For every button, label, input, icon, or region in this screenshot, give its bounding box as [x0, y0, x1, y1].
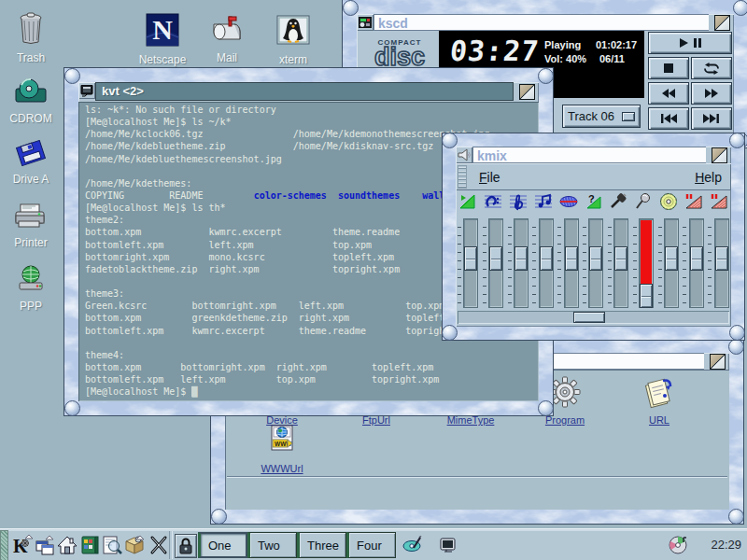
desktop-icon-drive-a[interactable]: Drive A: [1, 140, 61, 186]
taskbar: KOneTwoThreeFour22:29: [0, 528, 747, 560]
kmix-slider-groove[interactable]: [514, 218, 529, 308]
kscd-loop-button[interactable]: [691, 57, 732, 79]
kmix-slider-groove[interactable]: [714, 218, 729, 308]
pager-desktop-one[interactable]: One: [198, 532, 247, 558]
kfm-icon-url[interactable]: URL: [629, 375, 689, 426]
taskbar-button-packages[interactable]: [123, 534, 146, 556]
cdrom-icon: [14, 77, 48, 105]
kvt-menu-button[interactable]: [78, 82, 95, 99]
kmix-slider-groove[interactable]: [588, 218, 603, 308]
kmix-slider-handle[interactable]: [489, 246, 502, 271]
kmix-slider-groove[interactable]: [463, 218, 478, 308]
taskbar-button-lock[interactable]: [175, 534, 197, 558]
kmix-corner-knob-3: [729, 325, 745, 341]
kmix-channel-volume: [456, 190, 481, 309]
kmix-bass-icon[interactable]: [484, 192, 502, 211]
desktop-icon-label: Printer: [1, 236, 61, 249]
kvt-maximize-button[interactable]: [519, 84, 535, 100]
kmix-slider-groove[interactable]: [613, 218, 628, 308]
kmix-synth-icon[interactable]: [534, 192, 553, 211]
pager-desktop-three[interactable]: Three: [297, 532, 346, 558]
kmix-menu-file[interactable]: File: [470, 170, 510, 185]
kmix-slider-groove[interactable]: [664, 218, 679, 308]
kscd-lcd-total-time: 01:02:17: [596, 39, 637, 50]
kscd-track-selector[interactable]: Track 06: [562, 105, 641, 128]
kmix-slider-handle[interactable]: [464, 246, 477, 271]
terminal-text-segment: [Me@localhost Me]$: [85, 386, 191, 397]
kscd-corner-knob-1: [733, 0, 747, 16]
kmix-slider-handle[interactable]: [665, 246, 678, 271]
kmix-record1-icon[interactable]: [684, 192, 703, 211]
kscd-forward-button[interactable]: [691, 82, 732, 105]
kmix-slider-handle[interactable]: [690, 246, 703, 271]
kscd-rewind-button[interactable]: [648, 82, 689, 105]
kmix-menu-button[interactable]: [456, 147, 472, 163]
kscd-prev-track-button[interactable]: [648, 107, 689, 130]
taskbar-button-find-files[interactable]: [101, 534, 123, 556]
kmix-slider-handle[interactable]: [589, 246, 602, 271]
desktop-icon-ppp[interactable]: PPP: [1, 265, 61, 313]
kscd-next-track-button[interactable]: [691, 107, 732, 130]
desktop-icon-trash[interactable]: Trash: [1, 11, 61, 64]
kmix-slider-groove[interactable]: [488, 218, 503, 308]
taskbar-button-k-menu[interactable]: K: [11, 534, 34, 556]
kmix-microphone-icon[interactable]: [634, 192, 653, 211]
taskbar-button-xkill[interactable]: [148, 534, 170, 556]
panel-hide-handle[interactable]: [0, 530, 8, 560]
desktop-icon-cdrom[interactable]: CDROM: [1, 77, 61, 125]
kscd-stop-button[interactable]: [648, 57, 689, 79]
kmix-slider-handle[interactable]: [614, 246, 627, 271]
printer-icon: [13, 202, 49, 230]
kmix-slider-handle[interactable]: [514, 246, 528, 271]
kfm-maximize-button[interactable]: [710, 354, 726, 370]
terminal-text-segment: [400, 190, 422, 201]
terminal-text-segment: theme4:: [85, 350, 124, 360]
desktop-icon-netscape[interactable]: NNetscape: [133, 13, 192, 66]
kfm-icon-label: WWWUrl: [252, 463, 312, 474]
terminal-text-segment: fadetoblacktheme.zip right.xpm topright.…: [85, 264, 400, 274]
kmix-titlebar-icon: [457, 148, 472, 161]
kvt-task-icon: [437, 534, 459, 556]
desktop-icon-mail[interactable]: Mail: [197, 15, 257, 64]
taskbar-button-window-list[interactable]: [34, 534, 56, 556]
kmix-unknown-icon[interactable]: ?: [584, 192, 602, 211]
kfm-statusbar-divider: [227, 476, 727, 478]
desktop-icon-printer[interactable]: Printer: [1, 202, 61, 249]
kscd-menu-button[interactable]: [357, 14, 374, 31]
tray-cd-tray[interactable]: [667, 534, 689, 556]
kmix-slider-handle[interactable]: [640, 284, 653, 308]
kvt-title[interactable]: kvt <2>: [95, 82, 514, 101]
kmix-slider-groove[interactable]: [564, 218, 579, 308]
kmix-inner: kmixFileHelp?: [456, 147, 731, 327]
taskbar-button-applications[interactable]: [78, 534, 101, 556]
kmix-volume-icon[interactable]: [458, 192, 477, 211]
taskbar-task-kvt-task[interactable]: [437, 534, 459, 556]
kmix-slider-groove[interactable]: [689, 218, 704, 308]
kmix-menu-help[interactable]: Help: [685, 170, 731, 185]
taskbar-task-kscd-task[interactable]: [401, 534, 423, 556]
kmix-title[interactable]: kmix: [472, 147, 706, 163]
kmix-slider-handle[interactable]: [715, 246, 728, 271]
kmix-maximize-button[interactable]: [712, 147, 727, 163]
kmix-record2-icon[interactable]: [710, 192, 728, 211]
kmix-treble-icon[interactable]: [509, 192, 528, 211]
kmix-slider-groove[interactable]: [639, 218, 654, 308]
desktop-icon-xterm[interactable]: xterm: [263, 13, 323, 66]
kfm-icon-wwwurl[interactable]: WWWWWWUrl: [252, 424, 312, 474]
kmix-hscrollbar[interactable]: [458, 311, 729, 324]
pager-desktop-two[interactable]: Two: [247, 532, 297, 558]
kmix-menubar-drag-handle[interactable]: [458, 165, 467, 189]
kmix-line-icon[interactable]: [609, 192, 627, 211]
pager-desktop-four[interactable]: Four: [346, 532, 396, 558]
kmix-slider-handle[interactable]: [540, 246, 553, 271]
kscd-play-pause-button[interactable]: [648, 32, 732, 54]
kmix-pcm-icon[interactable]: [559, 192, 578, 211]
kmix-slider-groove[interactable]: [539, 218, 554, 308]
kvt-titlebar: kvt <2>: [78, 82, 539, 101]
taskbar-button-home[interactable]: [56, 534, 78, 556]
kmix-slider-handle[interactable]: [565, 246, 578, 271]
kscd-maximize-button[interactable]: [714, 15, 730, 31]
kscd-title[interactable]: kscd: [374, 14, 709, 31]
kmix-cd-icon[interactable]: [659, 192, 678, 211]
kmix-hscroll-handle[interactable]: [573, 312, 605, 323]
